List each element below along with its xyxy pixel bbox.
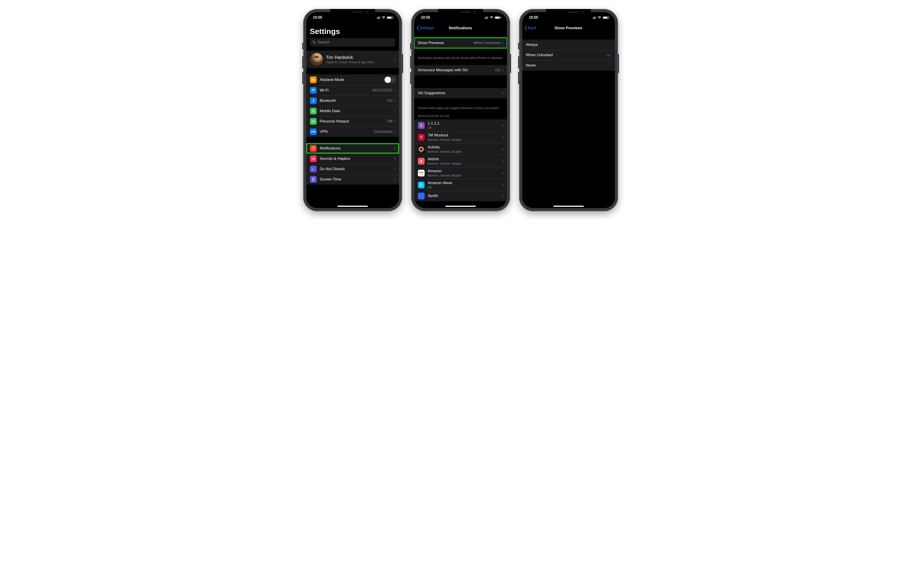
app-name: Activity: [428, 145, 502, 149]
app-row[interactable]: Apollo: [414, 191, 507, 201]
airplane-mode-row[interactable]: Airplane Mode: [306, 75, 399, 85]
hotspot-icon: [310, 118, 317, 125]
hotspot-label: Personal Hotspot: [320, 119, 387, 123]
option-label: When Unlocked: [526, 53, 607, 57]
chevron-right-icon: [502, 91, 504, 95]
chevron-right-icon: [502, 136, 504, 139]
app-subtitle: Banners, Sounds, Badges: [428, 138, 502, 141]
back-button[interactable]: Settings: [417, 26, 437, 30]
announce-value: On: [495, 68, 500, 72]
chevron-right-icon: [394, 130, 396, 133]
announce-row[interactable]: Announce Messages with Siri On: [414, 65, 507, 75]
app-subtitle: Banners, Sounds, Badges: [428, 162, 502, 165]
chevron-right-icon: [394, 109, 396, 113]
app-icon: 1: [418, 122, 425, 129]
vpn-row[interactable]: VPN VPN Connected: [306, 127, 399, 137]
home-indicator[interactable]: [445, 206, 476, 207]
battery-icon: [603, 16, 609, 19]
profile-subtitle: Apple ID, iCloud, iTunes & App Store: [326, 60, 394, 64]
siri-suggestions-label: Siri Suggestions: [418, 91, 502, 95]
app-row[interactable]: amazonAmazonBanners, Sounds, Badges: [414, 167, 507, 179]
cellular-signal-icon: [376, 16, 380, 19]
airplane-icon: [310, 76, 317, 83]
app-name: Amazon: [428, 169, 502, 173]
chevron-right-icon: [394, 167, 396, 171]
app-row[interactable]: AirbnbBanners, Sounds, Badges: [414, 155, 507, 167]
wifi-icon: [490, 16, 493, 19]
bluetooth-icon: [310, 97, 317, 104]
phone-settings: 10:55 Settings Search Tim Hardwick Apple…: [303, 9, 402, 211]
apple-id-row[interactable]: Tim Hardwick Apple ID, iCloud, iTunes & …: [306, 50, 399, 68]
preview-option-row[interactable]: Never: [522, 60, 615, 71]
dnd-icon: [310, 166, 317, 172]
home-indicator[interactable]: [337, 206, 368, 207]
profile-name: Tim Hardwick: [326, 55, 394, 60]
chevron-right-icon: [394, 178, 396, 181]
battery-icon: [387, 16, 393, 19]
phone-notifications: 10:55 Settings Notifications Show Previe…: [411, 9, 510, 211]
sounds-row[interactable]: Sounds & Haptics: [306, 154, 399, 164]
phone-show-previews: 10:55 Back Show Previews AlwaysWhen Unlo…: [519, 9, 618, 211]
siri-suggestions-row[interactable]: Siri Suggestions: [414, 88, 507, 98]
chevron-right-icon: [394, 120, 396, 123]
preview-option-row[interactable]: Always: [522, 39, 615, 50]
status-time: 10:55: [421, 16, 430, 19]
chevron-right-icon: [502, 184, 504, 187]
wifi-row[interactable]: Wi-Fi SKYCCD02: [306, 85, 399, 96]
app-icon: amazon: [418, 170, 425, 177]
app-subtitle: Banners, Sounds, Badges: [428, 174, 502, 177]
battery-icon: [495, 16, 501, 19]
option-label: Always: [526, 42, 612, 47]
app-subtitle: Off: [428, 186, 502, 189]
chevron-right-icon: [394, 147, 396, 150]
app-icon: [418, 193, 425, 199]
nav-title: Notifications: [437, 26, 485, 30]
app-name: 7M Workout: [428, 133, 502, 138]
hotspot-row[interactable]: Personal Hotspot Off: [306, 116, 399, 127]
show-previews-label: Show Previews: [418, 41, 474, 45]
mobile-data-row[interactable]: Mobile Data: [306, 106, 399, 116]
chevron-right-icon: [502, 159, 504, 163]
bluetooth-row[interactable]: Bluetooth On: [306, 96, 399, 106]
network-group: Airplane Mode Wi-Fi SKYCCD02 Bluetooth O…: [306, 75, 399, 137]
home-indicator[interactable]: [553, 206, 584, 207]
notification-style-header: Notification Style: [414, 114, 507, 119]
siri-footer-note: Choose which apps can suggest Shortcuts …: [414, 104, 507, 110]
search-placeholder: Search: [317, 40, 330, 44]
dnd-row[interactable]: Do Not Disturb: [306, 164, 399, 174]
app-row[interactable]: ⠿7M WorkoutBanners, Sounds, Badges: [414, 131, 507, 143]
search-input[interactable]: Search: [310, 38, 395, 47]
hotspot-value: Off: [387, 119, 392, 123]
wifi-settings-icon: [310, 87, 317, 94]
app-subtitle: Off: [428, 126, 502, 130]
airplane-mode-toggle[interactable]: [384, 76, 396, 83]
back-button[interactable]: Back: [524, 26, 545, 30]
show-previews-row[interactable]: Show Previews When Unlocked: [414, 38, 507, 48]
chevron-right-icon: [394, 58, 396, 61]
app-row[interactable]: OAmazon AlexaOff: [414, 179, 507, 191]
siri-group: Siri Suggestions: [414, 88, 507, 98]
chevron-right-icon: [502, 68, 504, 72]
preview-options-group: AlwaysWhen UnlockedNever: [522, 39, 615, 71]
preview-option-row[interactable]: When Unlocked: [522, 50, 615, 60]
checkmark-icon: [607, 54, 611, 57]
option-label: Never: [526, 63, 612, 68]
app-row[interactable]: ActivityBanners, Sounds, Badges: [414, 143, 507, 155]
device-notch: [330, 9, 375, 16]
show-previews-group: Show Previews When Unlocked: [414, 38, 507, 48]
sounds-label: Sounds & Haptics: [320, 156, 394, 161]
wifi-icon: [597, 16, 601, 19]
status-time: 10:55: [313, 16, 322, 19]
page-title: Settings: [310, 27, 395, 36]
cellular-signal-icon: [484, 16, 488, 19]
device-notch: [546, 9, 591, 16]
app-row[interactable]: 11.1.1.1Off: [414, 119, 507, 131]
cellular-signal-icon: [592, 16, 596, 19]
notifications-row[interactable]: Notifications: [306, 143, 399, 154]
apple-id-group: Tim Hardwick Apple ID, iCloud, iTunes & …: [306, 50, 399, 68]
app-name: 1.1.1.1: [428, 121, 502, 126]
screentime-row[interactable]: Screen Time: [306, 174, 399, 185]
screentime-label: Screen Time: [320, 177, 394, 182]
chevron-right-icon: [394, 89, 396, 92]
dnd-label: Do Not Disturb: [320, 167, 394, 171]
